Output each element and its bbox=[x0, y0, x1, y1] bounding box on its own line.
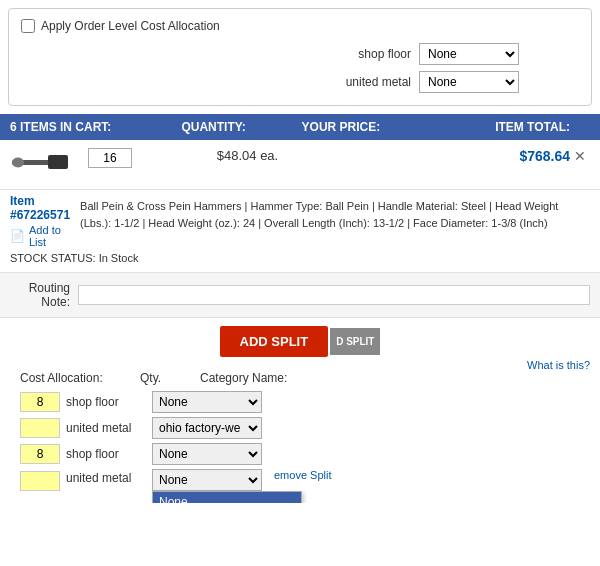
split-qty-4[interactable] bbox=[20, 471, 60, 491]
shop-floor-row: shop floor None bbox=[331, 43, 519, 65]
what-is-this-link[interactable]: What is this? bbox=[527, 359, 590, 371]
apply-order-checkbox[interactable] bbox=[21, 19, 35, 33]
cart-total-label: ITEM TOTAL: bbox=[417, 120, 590, 134]
united-metal-row: united metal None bbox=[331, 71, 519, 93]
cart-qty-label: QUANTITY: bbox=[163, 120, 265, 134]
cart-item-row: $48.04 ea. $768.64 ✕ bbox=[0, 140, 600, 190]
stock-status-label: STOCK STATUS: bbox=[10, 252, 96, 264]
cost-alloc-header: Cost Allocation: Qty. Category Name: bbox=[10, 371, 590, 385]
svg-point-2 bbox=[12, 158, 24, 168]
shop-floor-label: shop floor bbox=[331, 47, 411, 61]
split-label-1: shop floor bbox=[66, 395, 146, 409]
stock-status: STOCK STATUS: In Stock bbox=[10, 252, 590, 264]
split-select-2[interactable]: ohio factory-we None bbox=[152, 417, 262, 439]
product-image-col bbox=[10, 148, 80, 181]
apply-order-row: Apply Order Level Cost Allocation bbox=[21, 19, 579, 33]
floor-rows: shop floor None united metal None bbox=[21, 43, 579, 93]
split-select-3[interactable]: None bbox=[152, 443, 262, 465]
category-header-label: Category Name: bbox=[200, 371, 300, 385]
split-label-4: united metal bbox=[66, 471, 146, 485]
split-label-2: united metal bbox=[66, 421, 146, 435]
item-details: Item #67226571 📄 Add to List Ball Pein &… bbox=[0, 190, 600, 273]
shop-floor-select[interactable]: None bbox=[419, 43, 519, 65]
cart-header: 6 ITEMS IN CART: QUANTITY: YOUR PRICE: I… bbox=[0, 114, 600, 140]
apply-order-label: Apply Order Level Cost Allocation bbox=[41, 19, 220, 33]
split-row-3: shop floor None bbox=[10, 443, 590, 465]
hammer-icon bbox=[10, 148, 75, 178]
add-to-list-link[interactable]: 📄 Add to List bbox=[10, 224, 70, 248]
top-section: Apply Order Level Cost Allocation shop f… bbox=[8, 8, 592, 106]
cart-items-label: 6 ITEMS IN CART: bbox=[10, 120, 163, 134]
split-label-3: shop floor bbox=[66, 447, 146, 461]
d-split-label: D SPLIT bbox=[330, 328, 380, 355]
split-row-1: shop floor None bbox=[10, 391, 590, 413]
cost-allocation-area: ADD SPLIT D SPLIT What is this? Cost All… bbox=[0, 318, 600, 503]
routing-label: Routing Note: bbox=[10, 281, 70, 309]
stock-status-value: In Stock bbox=[99, 252, 139, 264]
item-price-col: $48.04 ea. bbox=[140, 148, 355, 163]
split-row-4: united metal None New Value ohio factory… bbox=[10, 469, 590, 491]
item-description: Ball Pein & Cross Pein Hammers | Hammer … bbox=[80, 198, 590, 231]
quantity-input[interactable] bbox=[88, 148, 132, 168]
add-split-button[interactable]: ADD SPLIT bbox=[220, 326, 329, 357]
split-select-1[interactable]: None bbox=[152, 391, 262, 413]
svg-rect-1 bbox=[48, 155, 68, 169]
list-icon: 📄 bbox=[10, 229, 25, 243]
dd-option-none[interactable]: None bbox=[153, 492, 301, 503]
united-metal-label: united metal bbox=[331, 75, 411, 89]
qty-header-label: Qty. bbox=[140, 371, 200, 385]
split-qty-1[interactable] bbox=[20, 392, 60, 412]
split-dropdown-4-container: None New Value ohio factory-welding flor… bbox=[152, 469, 262, 491]
item-qty-col bbox=[80, 148, 140, 168]
split-select-4[interactable]: None New Value ohio factory-welding flor… bbox=[152, 469, 262, 491]
item-total-col: $768.64 bbox=[355, 148, 570, 164]
split-row-2: united metal ohio factory-we None bbox=[10, 417, 590, 439]
routing-input[interactable] bbox=[78, 285, 590, 305]
routing-note-row: Routing Note: bbox=[0, 273, 600, 318]
split-qty-3[interactable] bbox=[20, 444, 60, 464]
cost-header-label: Cost Allocation: bbox=[20, 371, 140, 385]
split-qty-2[interactable] bbox=[20, 418, 60, 438]
united-metal-select[interactable]: None bbox=[419, 71, 519, 93]
remove-item-button[interactable]: ✕ bbox=[570, 148, 590, 164]
item-number[interactable]: Item #67226571 bbox=[10, 194, 70, 222]
remove-split-link[interactable]: emove Split bbox=[274, 469, 331, 481]
cart-price-label: YOUR PRICE: bbox=[265, 120, 418, 134]
dropdown-open-list: None New Value ohio factory-welding flor… bbox=[152, 491, 302, 503]
